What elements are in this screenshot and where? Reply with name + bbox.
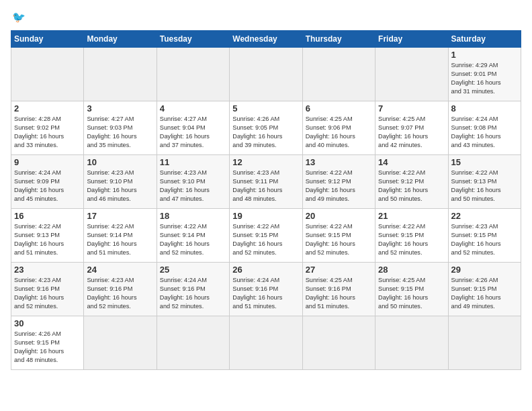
calendar-day-cell: 5Sunrise: 4:26 AM Sunset: 9:05 PM Daylig… <box>230 101 302 155</box>
day-info: Sunrise: 4:27 AM Sunset: 9:03 PM Dayligh… <box>87 115 153 150</box>
day-info: Sunrise: 4:26 AM Sunset: 9:05 PM Dayligh… <box>232 115 299 150</box>
calendar-day-cell: 13Sunrise: 4:22 AM Sunset: 9:12 PM Dayli… <box>302 155 375 209</box>
day-number: 30 <box>14 318 81 328</box>
calendar-day-cell: 20Sunrise: 4:22 AM Sunset: 9:15 PM Dayli… <box>302 209 375 263</box>
day-number: 21 <box>378 211 445 221</box>
day-info: Sunrise: 4:23 AM Sunset: 9:16 PM Dayligh… <box>87 276 153 311</box>
logo: 🐦 <box>11 11 26 24</box>
calendar-day-cell: 10Sunrise: 4:23 AM Sunset: 9:10 PM Dayli… <box>84 155 157 209</box>
day-number: 22 <box>451 211 518 221</box>
day-number: 18 <box>160 211 226 221</box>
calendar-day-cell: 9Sunrise: 4:24 AM Sunset: 9:09 PM Daylig… <box>11 155 84 209</box>
weekday-header: Wednesday <box>230 31 302 48</box>
calendar-week-row: 1Sunrise: 4:29 AM Sunset: 9:01 PM Daylig… <box>11 48 521 101</box>
page-header: 🐦 <box>11 11 521 24</box>
calendar-day-cell: 4Sunrise: 4:27 AM Sunset: 9:04 PM Daylig… <box>157 101 229 155</box>
day-number: 12 <box>232 157 299 167</box>
day-number: 25 <box>160 265 226 275</box>
calendar-day-cell <box>84 48 157 101</box>
calendar-table: SundayMondayTuesdayWednesdayThursdayFrid… <box>11 30 521 370</box>
calendar-day-cell <box>375 316 448 370</box>
calendar-week-row: 23Sunrise: 4:23 AM Sunset: 9:16 PM Dayli… <box>11 263 521 316</box>
day-info: Sunrise: 4:23 AM Sunset: 9:10 PM Dayligh… <box>87 169 153 203</box>
day-info: Sunrise: 4:25 AM Sunset: 9:06 PM Dayligh… <box>306 115 372 150</box>
calendar-day-cell <box>157 316 229 370</box>
calendar-day-cell: 17Sunrise: 4:22 AM Sunset: 9:14 PM Dayli… <box>84 209 157 263</box>
day-number: 13 <box>306 157 372 167</box>
day-number: 28 <box>378 265 445 275</box>
day-info: Sunrise: 4:26 AM Sunset: 9:15 PM Dayligh… <box>14 330 81 365</box>
day-info: Sunrise: 4:24 AM Sunset: 9:16 PM Dayligh… <box>160 276 226 311</box>
day-number: 8 <box>451 103 518 113</box>
day-info: Sunrise: 4:25 AM Sunset: 9:15 PM Dayligh… <box>378 276 445 311</box>
day-number: 15 <box>451 157 518 167</box>
weekday-header: Thursday <box>302 31 375 48</box>
calendar-day-cell: 1Sunrise: 4:29 AM Sunset: 9:01 PM Daylig… <box>448 48 521 101</box>
calendar-day-cell: 8Sunrise: 4:24 AM Sunset: 9:08 PM Daylig… <box>448 101 521 155</box>
day-number: 17 <box>87 211 153 221</box>
day-number: 9 <box>14 157 81 167</box>
calendar-day-cell: 7Sunrise: 4:25 AM Sunset: 9:07 PM Daylig… <box>375 101 448 155</box>
day-number: 10 <box>87 157 153 167</box>
calendar-day-cell: 3Sunrise: 4:27 AM Sunset: 9:03 PM Daylig… <box>84 101 157 155</box>
day-number: 1 <box>451 50 518 60</box>
calendar-week-row: 9Sunrise: 4:24 AM Sunset: 9:09 PM Daylig… <box>11 155 521 209</box>
calendar-day-cell: 2Sunrise: 4:28 AM Sunset: 9:02 PM Daylig… <box>11 101 84 155</box>
calendar-day-cell: 28Sunrise: 4:25 AM Sunset: 9:15 PM Dayli… <box>375 263 448 316</box>
logo-bird-icon: 🐦 <box>12 11 26 24</box>
calendar-day-cell: 25Sunrise: 4:24 AM Sunset: 9:16 PM Dayli… <box>157 263 229 316</box>
calendar-header-row: SundayMondayTuesdayWednesdayThursdayFrid… <box>11 31 521 48</box>
day-info: Sunrise: 4:27 AM Sunset: 9:04 PM Dayligh… <box>160 115 226 150</box>
calendar-day-cell: 19Sunrise: 4:22 AM Sunset: 9:15 PM Dayli… <box>230 209 302 263</box>
day-number: 19 <box>232 211 299 221</box>
day-info: Sunrise: 4:23 AM Sunset: 9:10 PM Dayligh… <box>160 169 226 203</box>
day-number: 24 <box>87 265 153 275</box>
day-number: 7 <box>378 103 445 113</box>
day-info: Sunrise: 4:22 AM Sunset: 9:14 PM Dayligh… <box>160 222 226 257</box>
day-info: Sunrise: 4:25 AM Sunset: 9:07 PM Dayligh… <box>378 115 445 150</box>
day-number: 20 <box>306 211 372 221</box>
calendar-day-cell: 6Sunrise: 4:25 AM Sunset: 9:06 PM Daylig… <box>302 101 375 155</box>
day-number: 23 <box>14 265 81 275</box>
day-number: 27 <box>306 265 372 275</box>
calendar-day-cell: 24Sunrise: 4:23 AM Sunset: 9:16 PM Dayli… <box>84 263 157 316</box>
weekday-header: Saturday <box>448 31 521 48</box>
day-number: 4 <box>160 103 226 113</box>
calendar-day-cell: 29Sunrise: 4:26 AM Sunset: 9:15 PM Dayli… <box>448 263 521 316</box>
calendar-week-row: 30Sunrise: 4:26 AM Sunset: 9:15 PM Dayli… <box>11 316 521 370</box>
day-info: Sunrise: 4:22 AM Sunset: 9:13 PM Dayligh… <box>14 222 81 257</box>
calendar-day-cell: 26Sunrise: 4:24 AM Sunset: 9:16 PM Dayli… <box>230 263 302 316</box>
day-info: Sunrise: 4:28 AM Sunset: 9:02 PM Dayligh… <box>14 115 81 150</box>
calendar-day-cell <box>230 48 302 101</box>
day-number: 6 <box>306 103 372 113</box>
calendar-day-cell: 21Sunrise: 4:22 AM Sunset: 9:15 PM Dayli… <box>375 209 448 263</box>
day-info: Sunrise: 4:23 AM Sunset: 9:16 PM Dayligh… <box>14 276 81 311</box>
calendar-day-cell: 18Sunrise: 4:22 AM Sunset: 9:14 PM Dayli… <box>157 209 229 263</box>
calendar-day-cell <box>11 48 84 101</box>
weekday-header: Tuesday <box>157 31 229 48</box>
calendar-day-cell: 16Sunrise: 4:22 AM Sunset: 9:13 PM Dayli… <box>11 209 84 263</box>
day-number: 26 <box>232 265 299 275</box>
day-info: Sunrise: 4:22 AM Sunset: 9:15 PM Dayligh… <box>378 222 445 257</box>
weekday-header: Friday <box>375 31 448 48</box>
calendar-week-row: 16Sunrise: 4:22 AM Sunset: 9:13 PM Dayli… <box>11 209 521 263</box>
day-info: Sunrise: 4:23 AM Sunset: 9:15 PM Dayligh… <box>451 222 518 257</box>
day-info: Sunrise: 4:24 AM Sunset: 9:08 PM Dayligh… <box>451 115 518 150</box>
calendar-day-cell <box>448 316 521 370</box>
day-info: Sunrise: 4:22 AM Sunset: 9:12 PM Dayligh… <box>306 169 372 203</box>
day-info: Sunrise: 4:24 AM Sunset: 9:16 PM Dayligh… <box>232 276 299 311</box>
weekday-header: Monday <box>84 31 157 48</box>
day-info: Sunrise: 4:24 AM Sunset: 9:09 PM Dayligh… <box>14 169 81 203</box>
calendar-day-cell <box>84 316 157 370</box>
calendar-day-cell <box>302 316 375 370</box>
day-info: Sunrise: 4:22 AM Sunset: 9:13 PM Dayligh… <box>451 169 518 203</box>
calendar-day-cell: 14Sunrise: 4:22 AM Sunset: 9:12 PM Dayli… <box>375 155 448 209</box>
calendar-day-cell <box>157 48 229 101</box>
day-info: Sunrise: 4:25 AM Sunset: 9:16 PM Dayligh… <box>306 276 372 311</box>
day-info: Sunrise: 4:23 AM Sunset: 9:11 PM Dayligh… <box>232 169 299 203</box>
calendar-day-cell <box>375 48 448 101</box>
weekday-header: Sunday <box>11 31 84 48</box>
day-info: Sunrise: 4:26 AM Sunset: 9:15 PM Dayligh… <box>451 276 518 311</box>
day-info: Sunrise: 4:29 AM Sunset: 9:01 PM Dayligh… <box>451 61 518 96</box>
calendar-day-cell: 11Sunrise: 4:23 AM Sunset: 9:10 PM Dayli… <box>157 155 229 209</box>
